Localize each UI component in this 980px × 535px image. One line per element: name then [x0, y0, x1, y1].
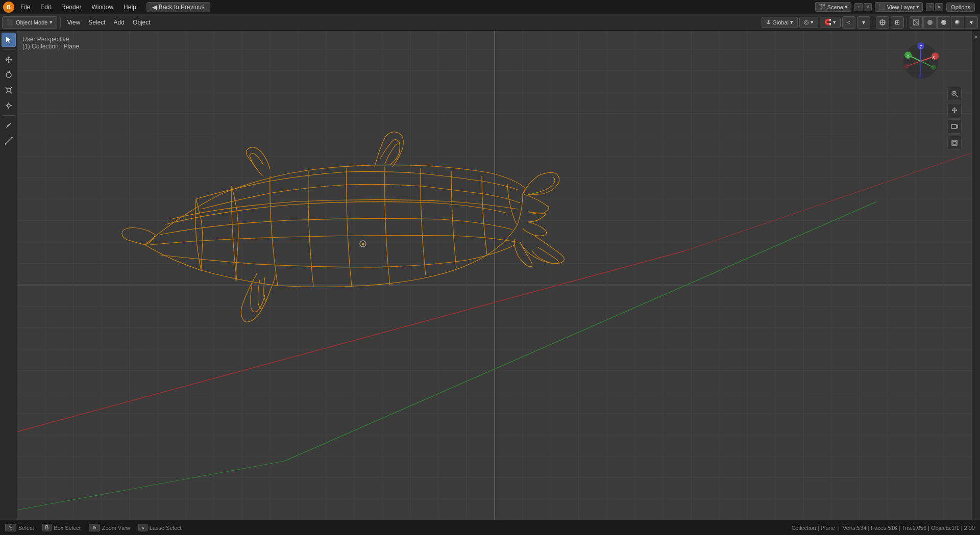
mode-selector[interactable]: ⬛ Object Mode ▾ [2, 16, 57, 29]
header-view-btn[interactable]: View [64, 16, 83, 29]
top-bar: B File Edit Render Window Help ◀ Back to… [0, 0, 980, 14]
svg-point-12 [7, 104, 10, 107]
pivot-selector[interactable]: ◎ ▾ [799, 17, 818, 28]
tool-transform[interactable] [2, 98, 16, 113]
view-layer-name: View Layer [887, 4, 915, 10]
mode-label: Object Mode [16, 19, 47, 26]
select-key-icon: 🖱 [5, 524, 16, 531]
viewport-gizmos-btn[interactable]: ⊞ [891, 16, 904, 29]
shading-solid-btn[interactable] [923, 16, 937, 29]
header-select-btn[interactable]: Select [85, 16, 108, 29]
svg-line-17 [6, 138, 12, 144]
pivot-chevron-icon: ▾ [811, 19, 814, 26]
tool-scale[interactable] [2, 83, 16, 97]
menu-edit[interactable]: Edit [36, 3, 55, 12]
pivot-icon: ◎ [804, 19, 809, 26]
menu-window[interactable]: Window [87, 3, 117, 12]
select-status: 🖱 Select [5, 524, 34, 531]
shading-wireframe-btn[interactable] [910, 16, 923, 29]
top-bar-left: B File Edit Render Window Help ◀ Back to… [0, 2, 213, 13]
menu-help[interactable]: Help [119, 3, 140, 12]
orientation-label: Global [772, 19, 789, 26]
shading-material-btn[interactable] [937, 16, 950, 29]
proportional-editing-btn[interactable]: ○ [842, 16, 855, 29]
box-select-status: B Box Select [42, 524, 81, 531]
zoom-view-status: 🖱 Zoom View [89, 524, 130, 531]
header-bar: ⬛ Object Mode ▾ View Select Add Object ⊕… [0, 14, 980, 31]
select-label: Select [18, 525, 34, 531]
snap-toggle[interactable]: 🧲 ▾ [820, 17, 841, 28]
box-select-label: Box Select [54, 525, 81, 531]
whale-wireframe-svg [119, 71, 579, 352]
scene-icon: 🎬 [819, 4, 826, 10]
transform-orientation-selector[interactable]: ⊕ Global ▾ [762, 17, 798, 28]
tool-measure[interactable] [2, 134, 16, 148]
sidebar-toggle-arrow[interactable]: ◂ [973, 35, 979, 40]
menu-render[interactable]: Render [57, 3, 85, 12]
view-layer-new-btn[interactable]: + [926, 3, 934, 11]
collection-stats: Collection | Plane [791, 525, 835, 531]
back-to-previous-label: Back to Previous [159, 4, 205, 11]
viewport-3d[interactable]: User Perspective (1) Collection | Plane … [17, 31, 972, 520]
view-layer-selector[interactable]: ⬛ View Layer ▾ [875, 2, 923, 12]
back-icon: ◀ [152, 4, 157, 11]
svg-point-6 [927, 20, 933, 25]
stats-display: Collection | Plane | Verts:534 | Faces:5… [791, 525, 975, 531]
lasso-select-key-icon: ⎈ [138, 524, 148, 531]
viewport-overlays-btn[interactable] [876, 16, 889, 29]
scene-selector[interactable]: 🎬 Scene ▾ [815, 2, 851, 12]
proportional-chevron-btn[interactable]: ▾ [857, 16, 870, 29]
orientation-chevron-icon: ▾ [790, 19, 793, 26]
header-sep-2 [873, 17, 873, 28]
shading-options-btn[interactable]: ▾ [965, 16, 978, 29]
svg-point-8 [942, 20, 944, 22]
lasso-select-label: Lasso Select [150, 525, 182, 531]
toolbar-sep-2 [3, 115, 15, 116]
orientation-icon: ⊕ [766, 19, 771, 26]
header-sep-3 [906, 17, 907, 28]
scene-name: Scene [827, 4, 843, 10]
scene-close-btn[interactable]: ✕ [864, 3, 872, 11]
tool-annotate[interactable] [2, 118, 16, 133]
gizmos-icon: ⊞ [895, 19, 900, 26]
snap-chevron-icon: ▾ [833, 19, 836, 26]
header-object-btn[interactable]: Object [130, 16, 154, 29]
back-to-previous-button[interactable]: ◀ Back to Previous [146, 2, 210, 12]
top-bar-right: 🎬 Scene ▾ + ✕ ⬛ View Layer ▾ + ✕ Options [810, 2, 980, 12]
status-bar: 🖱 Select B Box Select 🖱 Zoom View ⎈ Lass… [0, 520, 980, 535]
mesh-stats: Verts:534 | Faces:516 | Tris:1,056 | Obj… [843, 525, 975, 531]
header-add-btn[interactable]: Add [111, 16, 128, 29]
toolbar-sep-1 [3, 49, 15, 50]
header-right: ⊕ Global ▾ ◎ ▾ 🧲 ▾ ○ ▾ ⊞ [762, 16, 978, 29]
options-button[interactable]: Options [946, 3, 975, 12]
tool-cursor[interactable] [2, 33, 16, 47]
box-select-key-icon: B [42, 524, 52, 531]
svg-point-9 [955, 20, 960, 25]
tool-move[interactable] [2, 53, 16, 67]
shading-rendered-btn[interactable] [951, 16, 964, 29]
left-toolbar [0, 31, 17, 520]
mode-icon: ⬛ [7, 19, 14, 26]
scene-win-btns: + ✕ [854, 3, 872, 11]
header-sep-1 [60, 17, 61, 28]
snap-icon: 🧲 [824, 19, 831, 26]
zoom-view-label: Zoom View [102, 525, 130, 531]
right-sidebar-toggle[interactable]: ◂ [972, 31, 980, 520]
view-layer-close-btn[interactable]: ✕ [935, 3, 943, 11]
tool-rotate[interactable] [2, 68, 16, 82]
mode-chevron-icon: ▾ [50, 19, 53, 26]
svg-rect-11 [7, 89, 10, 92]
whale-model [17, 31, 972, 520]
view-layer-win-btns: + ✕ [926, 3, 943, 11]
view-layer-icon: ⬛ [878, 4, 886, 10]
svg-point-44 [362, 243, 364, 245]
svg-point-7 [941, 20, 946, 25]
view-layer-chevron-icon: ▾ [916, 4, 919, 10]
blender-logo[interactable]: B [3, 2, 14, 13]
proportional-icon: ○ [847, 19, 850, 26]
scene-chevron-icon: ▾ [845, 4, 848, 10]
shading-group: ▾ [910, 16, 978, 29]
svg-point-10 [6, 72, 11, 78]
menu-file[interactable]: File [16, 3, 34, 12]
scene-new-btn[interactable]: + [854, 3, 863, 11]
